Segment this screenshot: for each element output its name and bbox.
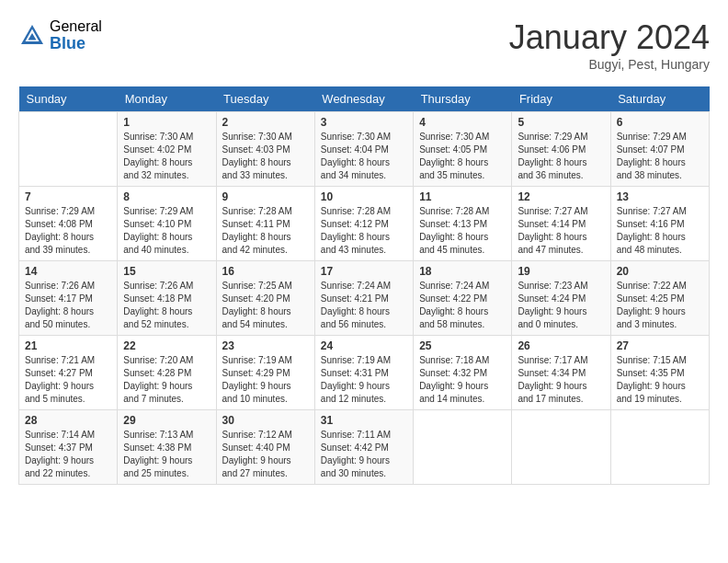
day-cell: 25Sunrise: 7:18 AM Sunset: 4:32 PM Dayli… — [414, 336, 512, 410]
day-number: 20 — [617, 265, 703, 278]
day-info: Sunrise: 7:25 AM Sunset: 4:20 PM Dayligh… — [222, 280, 309, 331]
day-cell: 21Sunrise: 7:21 AM Sunset: 4:27 PM Dayli… — [19, 336, 118, 410]
day-cell: 12Sunrise: 7:27 AM Sunset: 4:14 PM Dayli… — [512, 187, 610, 261]
day-cell: 5Sunrise: 7:29 AM Sunset: 4:06 PM Daylig… — [512, 112, 610, 187]
day-number: 4 — [419, 116, 506, 129]
day-info: Sunrise: 7:15 AM Sunset: 4:35 PM Dayligh… — [617, 354, 703, 406]
day-number: 15 — [123, 265, 210, 278]
day-cell: 7Sunrise: 7:29 AM Sunset: 4:08 PM Daylig… — [19, 187, 118, 261]
day-cell: 9Sunrise: 7:28 AM Sunset: 4:11 PM Daylig… — [216, 187, 314, 261]
day-cell: 8Sunrise: 7:29 AM Sunset: 4:10 PM Daylig… — [118, 187, 216, 261]
day-info: Sunrise: 7:29 AM Sunset: 4:10 PM Dayligh… — [123, 205, 210, 257]
day-cell — [19, 112, 118, 187]
location: Bugyi, Pest, Hungary — [509, 57, 710, 72]
day-cell: 3Sunrise: 7:30 AM Sunset: 4:04 PM Daylig… — [314, 112, 413, 187]
day-info: Sunrise: 7:17 AM Sunset: 4:34 PM Dayligh… — [518, 354, 604, 406]
day-info: Sunrise: 7:23 AM Sunset: 4:24 PM Dayligh… — [518, 280, 604, 331]
day-cell: 22Sunrise: 7:20 AM Sunset: 4:28 PM Dayli… — [118, 336, 216, 410]
day-number: 3 — [321, 116, 407, 129]
weekday-tuesday: Tuesday — [216, 86, 314, 112]
day-info: Sunrise: 7:30 AM Sunset: 4:05 PM Dayligh… — [419, 131, 506, 182]
day-cell: 16Sunrise: 7:25 AM Sunset: 4:20 PM Dayli… — [216, 261, 314, 336]
week-row-1: 1Sunrise: 7:30 AM Sunset: 4:02 PM Daylig… — [19, 112, 710, 187]
weekday-monday: Monday — [118, 86, 216, 112]
day-info: Sunrise: 7:27 AM Sunset: 4:14 PM Dayligh… — [518, 205, 604, 257]
title-block: January 2024 Bugyi, Pest, Hungary — [509, 18, 710, 72]
week-row-3: 14Sunrise: 7:26 AM Sunset: 4:17 PM Dayli… — [19, 261, 710, 336]
calendar-table: SundayMondayTuesdayWednesdayThursdayFrid… — [18, 86, 710, 485]
day-cell — [610, 410, 709, 485]
day-cell: 10Sunrise: 7:28 AM Sunset: 4:12 PM Dayli… — [314, 187, 413, 261]
day-number: 28 — [25, 414, 111, 427]
calendar-header: SundayMondayTuesdayWednesdayThursdayFrid… — [19, 86, 710, 112]
day-info: Sunrise: 7:13 AM Sunset: 4:38 PM Dayligh… — [123, 429, 210, 480]
day-info: Sunrise: 7:27 AM Sunset: 4:16 PM Dayligh… — [617, 205, 703, 257]
logo-icon — [18, 22, 46, 50]
day-number: 18 — [419, 265, 506, 278]
day-number: 23 — [222, 339, 309, 352]
day-cell: 29Sunrise: 7:13 AM Sunset: 4:38 PM Dayli… — [118, 410, 216, 485]
day-info: Sunrise: 7:26 AM Sunset: 4:17 PM Dayligh… — [25, 280, 111, 331]
day-number: 6 — [617, 116, 703, 129]
day-number: 30 — [222, 414, 309, 427]
day-info: Sunrise: 7:19 AM Sunset: 4:29 PM Dayligh… — [222, 354, 309, 406]
day-cell — [414, 410, 512, 485]
week-row-2: 7Sunrise: 7:29 AM Sunset: 4:08 PM Daylig… — [19, 187, 710, 261]
day-number: 19 — [518, 265, 604, 278]
day-number: 24 — [321, 339, 407, 352]
day-number: 17 — [321, 265, 407, 278]
day-number: 26 — [518, 339, 604, 352]
day-cell: 31Sunrise: 7:11 AM Sunset: 4:42 PM Dayli… — [314, 410, 413, 485]
weekday-thursday: Thursday — [414, 86, 512, 112]
day-cell: 20Sunrise: 7:22 AM Sunset: 4:25 PM Dayli… — [610, 261, 709, 336]
day-info: Sunrise: 7:29 AM Sunset: 4:06 PM Dayligh… — [518, 131, 604, 182]
day-number: 27 — [617, 339, 703, 352]
logo-text: General Blue — [50, 18, 102, 52]
day-cell: 30Sunrise: 7:12 AM Sunset: 4:40 PM Dayli… — [216, 410, 314, 485]
day-cell: 26Sunrise: 7:17 AM Sunset: 4:34 PM Dayli… — [512, 336, 610, 410]
day-number: 13 — [617, 190, 703, 203]
weekday-saturday: Saturday — [610, 86, 709, 112]
day-number: 7 — [25, 190, 111, 203]
day-info: Sunrise: 7:26 AM Sunset: 4:18 PM Dayligh… — [123, 280, 210, 331]
day-info: Sunrise: 7:28 AM Sunset: 4:12 PM Dayligh… — [321, 205, 407, 257]
day-number: 2 — [222, 116, 309, 129]
week-row-5: 28Sunrise: 7:14 AM Sunset: 4:37 PM Dayli… — [19, 410, 710, 485]
day-number: 9 — [222, 190, 309, 203]
day-number: 25 — [419, 339, 506, 352]
day-cell: 11Sunrise: 7:28 AM Sunset: 4:13 PM Dayli… — [414, 187, 512, 261]
day-cell: 17Sunrise: 7:24 AM Sunset: 4:21 PM Dayli… — [314, 261, 413, 336]
day-info: Sunrise: 7:29 AM Sunset: 4:08 PM Dayligh… — [25, 205, 111, 257]
day-cell: 1Sunrise: 7:30 AM Sunset: 4:02 PM Daylig… — [118, 112, 216, 187]
day-cell: 19Sunrise: 7:23 AM Sunset: 4:24 PM Dayli… — [512, 261, 610, 336]
day-number: 31 — [321, 414, 407, 427]
day-info: Sunrise: 7:18 AM Sunset: 4:32 PM Dayligh… — [419, 354, 506, 406]
day-info: Sunrise: 7:30 AM Sunset: 4:03 PM Dayligh… — [222, 131, 309, 182]
day-number: 8 — [123, 190, 210, 203]
day-number: 12 — [518, 190, 604, 203]
day-cell: 23Sunrise: 7:19 AM Sunset: 4:29 PM Dayli… — [216, 336, 314, 410]
day-info: Sunrise: 7:28 AM Sunset: 4:13 PM Dayligh… — [419, 205, 506, 257]
day-cell — [512, 410, 610, 485]
day-number: 11 — [419, 190, 506, 203]
weekday-friday: Friday — [512, 86, 610, 112]
day-info: Sunrise: 7:24 AM Sunset: 4:22 PM Dayligh… — [419, 280, 506, 331]
weekday-header-row: SundayMondayTuesdayWednesdayThursdayFrid… — [19, 86, 710, 112]
week-row-4: 21Sunrise: 7:21 AM Sunset: 4:27 PM Dayli… — [19, 336, 710, 410]
page-header: General Blue January 2024 Bugyi, Pest, H… — [18, 18, 710, 72]
day-info: Sunrise: 7:30 AM Sunset: 4:04 PM Dayligh… — [321, 131, 407, 182]
day-cell: 6Sunrise: 7:29 AM Sunset: 4:07 PM Daylig… — [610, 112, 709, 187]
day-info: Sunrise: 7:22 AM Sunset: 4:25 PM Dayligh… — [617, 280, 703, 331]
day-cell: 28Sunrise: 7:14 AM Sunset: 4:37 PM Dayli… — [19, 410, 118, 485]
day-info: Sunrise: 7:11 AM Sunset: 4:42 PM Dayligh… — [321, 429, 407, 480]
calendar-body: 1Sunrise: 7:30 AM Sunset: 4:02 PM Daylig… — [19, 112, 710, 485]
day-cell: 27Sunrise: 7:15 AM Sunset: 4:35 PM Dayli… — [610, 336, 709, 410]
day-info: Sunrise: 7:14 AM Sunset: 4:37 PM Dayligh… — [25, 429, 111, 480]
day-number: 14 — [25, 265, 111, 278]
weekday-wednesday: Wednesday — [314, 86, 413, 112]
day-info: Sunrise: 7:12 AM Sunset: 4:40 PM Dayligh… — [222, 429, 309, 480]
day-number: 22 — [123, 339, 210, 352]
day-cell: 18Sunrise: 7:24 AM Sunset: 4:22 PM Dayli… — [414, 261, 512, 336]
day-cell: 2Sunrise: 7:30 AM Sunset: 4:03 PM Daylig… — [216, 112, 314, 187]
day-cell: 14Sunrise: 7:26 AM Sunset: 4:17 PM Dayli… — [19, 261, 118, 336]
